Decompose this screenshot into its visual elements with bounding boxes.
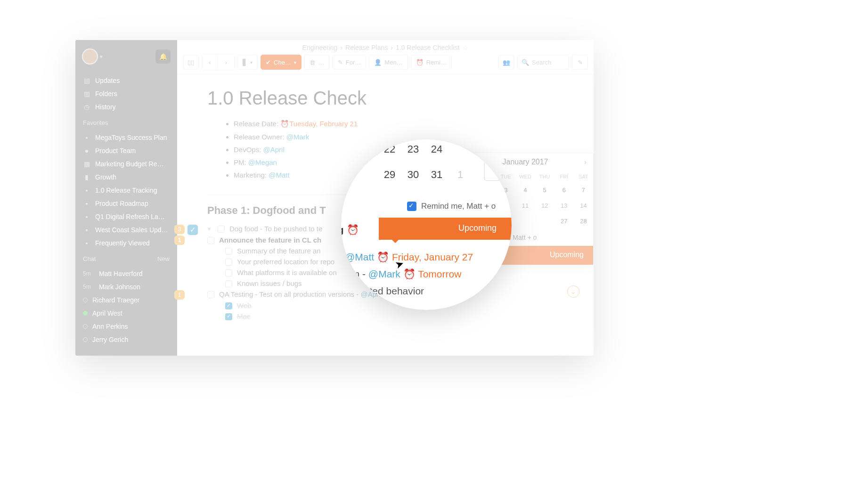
app-frame: ▾ 🔔 ▤Updates ▥Folders ◷History Favorites… — [75, 40, 594, 356]
calendar-day[interactable]: 5 — [535, 182, 554, 198]
notifications-button[interactable]: 🔔 — [155, 49, 171, 64]
breadcrumb-item[interactable]: Engineering — [302, 44, 338, 51]
checklist-subrow[interactable]: Mac — [225, 311, 563, 322]
format-button[interactable]: ✎For… — [333, 55, 367, 70]
sidebar-favorite-item[interactable]: ▮Growth — [75, 171, 177, 184]
count-badge[interactable]: 3 — [174, 225, 185, 234]
checkbox-checked[interactable] — [225, 302, 232, 309]
mention[interactable]: @April — [263, 146, 285, 154]
row-text[interactable]: Dog food - To be pushed to te — [229, 225, 322, 233]
doc-icon: ▮ — [83, 173, 90, 181]
chat-item[interactable]: Richard Traeger — [75, 293, 177, 307]
chevron-down-icon[interactable]: ▾ — [207, 225, 211, 233]
clipboard-icon: ▋ — [243, 59, 247, 66]
nav-updates[interactable]: ▤Updates — [75, 74, 177, 87]
people-button[interactable]: 👥 — [498, 55, 514, 70]
checkbox[interactable] — [207, 237, 214, 244]
clipboard-button[interactable]: ▋▾ — [237, 55, 258, 70]
breadcrumb-item[interactable]: Release Plans — [345, 44, 388, 51]
reminder-button[interactable]: ⏰Remi… — [411, 55, 452, 70]
count-badge[interactable]: 1 — [174, 290, 185, 300]
chat-item[interactable]: 5mMatt Haverford — [75, 267, 177, 280]
calendar-day[interactable]: 14 — [574, 198, 593, 213]
checkbox[interactable] — [225, 248, 232, 255]
compose-button[interactable]: ✎ — [572, 55, 588, 70]
nav-folders[interactable]: ▥Folders — [75, 87, 177, 100]
checkbox[interactable] — [225, 280, 232, 287]
calendar-day[interactable]: 30 — [401, 162, 425, 187]
star-icon[interactable]: ☆ — [462, 44, 468, 51]
checkbox[interactable] — [225, 259, 232, 266]
calendar-day[interactable]: 7 — [574, 182, 593, 198]
calendar-day[interactable] — [535, 213, 554, 229]
calendar-day[interactable]: 28 — [574, 213, 593, 229]
sidebar-favorite-item[interactable]: ▪West Coast Sales Upd… — [75, 223, 177, 236]
calendar-day[interactable]: 6 — [554, 182, 574, 198]
mention[interactable]: @Megan — [248, 158, 277, 166]
reminder-date[interactable]: Tuesday, February 21 — [289, 120, 358, 128]
checkbox[interactable] — [207, 291, 214, 298]
count-badge[interactable]: 1 — [174, 236, 185, 245]
next-month-button[interactable]: › — [584, 158, 587, 166]
checkbox[interactable] — [218, 226, 225, 233]
status-dot — [83, 337, 88, 342]
search-input[interactable]: 🔍Search — [517, 55, 569, 70]
calendar-day[interactable]: 4 — [515, 182, 535, 198]
avatar[interactable] — [82, 49, 98, 65]
sidebar-favorite-item[interactable]: ▪Q1 Digital Refresh La… — [75, 210, 177, 223]
check-toggle[interactable]: ✓ — [187, 225, 198, 235]
chat-item[interactable]: April West — [75, 307, 177, 320]
calendar-day[interactable]: 23 — [401, 139, 425, 162]
calendar-day[interactable]: 29 — [378, 162, 401, 187]
row-text[interactable]: Web — [237, 301, 252, 309]
sidebar-favorite-item[interactable]: ▪1.0 Release Tracking — [75, 184, 177, 197]
mention[interactable]: @Mark — [368, 268, 400, 279]
chat-item[interactable]: 5mMark Johnson — [75, 280, 177, 293]
sidebar-favorite-item[interactable]: ▪Product Roadmap — [75, 197, 177, 210]
reminder-date[interactable]: Tomorrow — [418, 268, 461, 279]
expand-button[interactable]: ⌄ — [567, 285, 579, 298]
row-text[interactable]: Known issues / bugs — [237, 279, 302, 287]
calendar-day[interactable]: 27 — [554, 213, 574, 229]
mention[interactable]: @Mark — [286, 133, 310, 141]
calendar-day[interactable]: 11 — [515, 198, 535, 213]
toggle-sidebar-button[interactable]: ▯▯ — [183, 55, 199, 70]
row-text[interactable]: Summary of the feature an — [237, 247, 321, 255]
nav-history[interactable]: ◷History — [75, 100, 177, 114]
favorites-heading: Favorites — [75, 116, 177, 128]
chevron-down-icon[interactable]: ▾ — [100, 54, 103, 60]
forward-button[interactable]: › — [218, 55, 234, 70]
sidebar-favorite-item[interactable]: ▪Frequently Viewed — [75, 236, 177, 250]
row-text[interactable]: QA Testing - Test on all production vers… — [219, 290, 360, 298]
checklist-type-button[interactable]: ✔Che…▾ — [261, 55, 302, 70]
row-text[interactable]: What platforms it is available on — [237, 268, 337, 276]
checkbox[interactable] — [225, 269, 232, 276]
calendar-day[interactable]: 12 — [535, 198, 554, 213]
calendar-day-other[interactable]: 1 — [448, 162, 472, 187]
checkbox-checked[interactable] — [225, 313, 232, 320]
chat-item[interactable]: Jerry Gerich — [75, 333, 177, 346]
row-text[interactable]: Your preferred location for repo — [237, 258, 334, 266]
reminder-date[interactable]: Friday, January 27 — [392, 252, 473, 262]
chat-item[interactable]: Ann Perkins — [75, 320, 177, 333]
remind-checkbox-row[interactable]: Remind me, Matt + o — [407, 202, 496, 211]
mention[interactable]: @Matt — [345, 252, 374, 262]
calendar-day[interactable]: 13 — [554, 198, 574, 213]
chat-new-label[interactable]: New — [157, 255, 170, 262]
sidebar-favorite-item[interactable]: ▦Marketing Budget Re… — [75, 157, 177, 171]
archive-button[interactable]: 🗑… — [304, 55, 330, 70]
page-title: 1.0 Release Check — [207, 88, 563, 109]
calendar-day[interactable]: 31 — [425, 162, 448, 187]
back-button[interactable]: ‹ — [202, 55, 218, 70]
alarm-icon: ⏰ — [416, 59, 424, 66]
sidebar-item-label: 1.0 Release Tracking — [95, 187, 157, 194]
row-text[interactable]: Announce the feature in CL ch — [219, 236, 321, 244]
sidebar-favorite-item[interactable]: ●Product Team — [75, 144, 177, 157]
mention[interactable]: @Matt — [269, 171, 289, 179]
row-text[interactable]: Mac — [237, 312, 250, 320]
mention-button[interactable]: 👤Men… — [369, 55, 408, 70]
calendar-day[interactable]: 24 — [425, 139, 448, 162]
sidebar-favorite-item[interactable]: ▪MegaToys Success Plan — [75, 131, 177, 144]
checkbox-checked[interactable] — [407, 202, 416, 211]
calendar-day[interactable] — [515, 213, 535, 229]
